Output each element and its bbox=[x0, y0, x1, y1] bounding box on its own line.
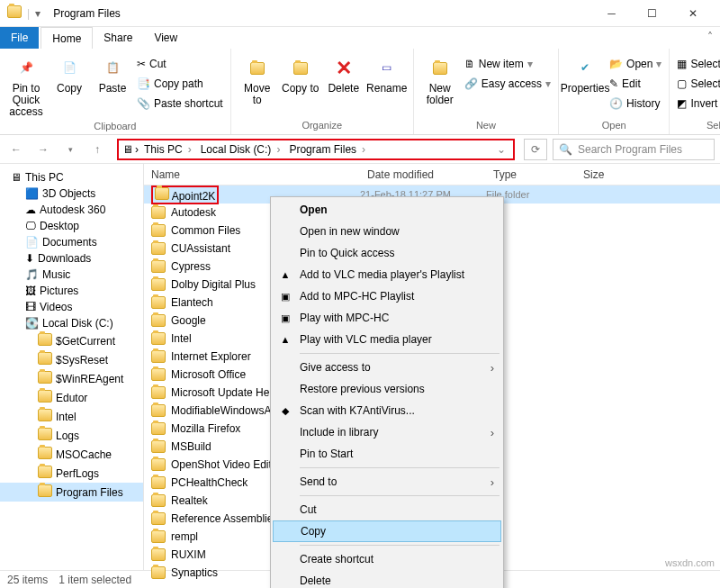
qat-chevron-icon[interactable]: ▾ bbox=[35, 7, 40, 20]
menu-item[interactable]: Copy bbox=[273, 520, 501, 542]
breadcrumb[interactable]: 🖥› This PC› Local Disk (C:)› Program Fil… bbox=[117, 139, 515, 160]
edit-button[interactable]: ✎Edit bbox=[608, 74, 663, 94]
tree-item[interactable]: 📄Documents bbox=[0, 234, 143, 250]
folder-icon bbox=[7, 5, 22, 21]
column-headers[interactable]: Name Date modified Type Size bbox=[144, 164, 720, 185]
forward-button[interactable]: → bbox=[32, 139, 54, 160]
easy-access-button[interactable]: 🔗Easy access▾ bbox=[463, 74, 553, 94]
rename-button[interactable]: ▭Rename bbox=[366, 54, 408, 96]
copy-path-button[interactable]: 📑Copy path bbox=[135, 74, 225, 94]
menu-item[interactable]: Include in library bbox=[273, 421, 501, 443]
nav-tree[interactable]: 🖥This PC🟦3D Objects☁Autodesk 360🖵Desktop… bbox=[0, 164, 144, 570]
context-menu[interactable]: OpenOpen in new windowPin to Quick acces… bbox=[270, 196, 504, 588]
easyaccess-icon: 🔗 bbox=[464, 77, 478, 90]
titlebar: | ▾ Program Files ─ ☐ ✕ bbox=[0, 0, 720, 27]
open-button[interactable]: 📂Open▾ bbox=[608, 54, 663, 74]
vlc-icon: ▲ bbox=[278, 267, 292, 282]
tree-item[interactable]: 🎵Music bbox=[0, 267, 143, 283]
col-size[interactable]: Size bbox=[576, 168, 630, 181]
tree-label: Pictures bbox=[40, 285, 78, 297]
cut-button[interactable]: ✂Cut bbox=[135, 54, 225, 74]
tree-item[interactable]: $SysReset bbox=[0, 350, 143, 369]
menu-item[interactable]: Open bbox=[273, 199, 501, 221]
crumb-localdisk[interactable]: Local Disk (C:)› bbox=[197, 143, 284, 156]
tab-view[interactable]: View bbox=[143, 27, 188, 49]
refresh-button[interactable]: ⟳ bbox=[524, 139, 547, 160]
history-icon: 🕘 bbox=[609, 97, 623, 110]
menu-item[interactable]: ▣Add to MPC-HC Playlist bbox=[273, 285, 501, 307]
pc-icon: 🖥 bbox=[122, 143, 133, 156]
ribbon-tabs: File Home Share View ˄ bbox=[0, 27, 720, 49]
copy-label: Copy bbox=[57, 83, 82, 95]
menu-item[interactable]: Create shortcut bbox=[273, 548, 501, 570]
menu-item[interactable]: Pin to Start bbox=[273, 443, 501, 465]
history-button[interactable]: 🕘History bbox=[608, 94, 663, 113]
menu-item[interactable]: ◆Scan with K7AntiVirus... bbox=[273, 400, 501, 421]
qat-divider: | bbox=[27, 7, 30, 20]
tree-item[interactable]: Program Files bbox=[0, 483, 143, 502]
menu-item[interactable]: Pin to Quick access bbox=[273, 242, 501, 264]
tab-home[interactable]: Home bbox=[40, 27, 93, 49]
menu-label: Open in new window bbox=[300, 225, 400, 238]
minimize-button[interactable]: ─ bbox=[591, 0, 632, 27]
group-clipboard-label: Clipboard bbox=[5, 121, 225, 133]
tree-item[interactable]: Logs bbox=[0, 426, 143, 445]
back-button[interactable]: ← bbox=[5, 139, 27, 160]
menu-item[interactable]: ▲Add to VLC media player's Playlist bbox=[273, 264, 501, 285]
tree-item[interactable]: ⬇Downloads bbox=[0, 250, 143, 267]
address-dropdown-icon[interactable]: ⌄ bbox=[493, 143, 509, 156]
select-all-button[interactable]: ▦Select all bbox=[675, 54, 720, 74]
menu-item[interactable]: Delete bbox=[273, 570, 501, 588]
tree-item[interactable]: ☁Autodesk 360 bbox=[0, 202, 143, 218]
recent-button[interactable]: ▾ bbox=[59, 139, 81, 160]
maximize-button[interactable]: ☐ bbox=[632, 0, 672, 27]
menu-item[interactable]: ▣Play with MPC-HC bbox=[273, 307, 501, 329]
crumb-thispc[interactable]: This PC› bbox=[140, 143, 195, 156]
pin-quick-access-button[interactable]: 📌Pin to Quick access bbox=[5, 54, 47, 121]
paste-button[interactable]: 📋Paste bbox=[92, 54, 133, 96]
invert-selection-button[interactable]: ◩Invert selection bbox=[675, 94, 720, 113]
tree-item[interactable]: MSOCache bbox=[0, 445, 143, 464]
col-date[interactable]: Date modified bbox=[360, 168, 486, 181]
tree-item[interactable]: Edutor bbox=[0, 388, 143, 407]
tree-item[interactable]: 🟦3D Objects bbox=[0, 185, 143, 202]
tree-item[interactable]: 🖼Pictures bbox=[0, 283, 143, 299]
col-name[interactable]: Name bbox=[144, 168, 360, 181]
tree-icon: 🖼 bbox=[25, 285, 36, 297]
tree-item[interactable]: PerfLogs bbox=[0, 464, 143, 483]
crumb-programfiles[interactable]: Program Files› bbox=[285, 143, 369, 156]
properties-button[interactable]: ✔Properties bbox=[564, 54, 606, 96]
select-none-button[interactable]: ▢Select none bbox=[675, 74, 720, 94]
new-folder-button[interactable]: New folder bbox=[419, 54, 461, 108]
menu-item[interactable]: Give access to bbox=[273, 357, 501, 378]
tab-file[interactable]: File bbox=[0, 27, 39, 49]
tree-item[interactable]: 💽Local Disk (C:) bbox=[0, 315, 143, 331]
tree-item[interactable]: 🎞Videos bbox=[0, 299, 143, 315]
menu-label: Pin to Quick access bbox=[300, 247, 394, 259]
tree-item[interactable]: 🖥This PC bbox=[0, 169, 143, 185]
menu-item[interactable]: Send to bbox=[273, 471, 501, 493]
menu-item[interactable]: Cut bbox=[273, 499, 501, 520]
close-button[interactable]: ✕ bbox=[672, 0, 713, 27]
new-item-button[interactable]: 🗎New item▾ bbox=[463, 54, 553, 74]
menu-item[interactable]: Open in new window bbox=[273, 221, 501, 242]
search-input[interactable]: 🔍 Search Program Files bbox=[553, 139, 715, 160]
col-type[interactable]: Type bbox=[486, 168, 576, 181]
tree-item[interactable]: Intel bbox=[0, 407, 143, 426]
menu-item[interactable]: ▲Play with VLC media player bbox=[273, 329, 501, 350]
delete-button[interactable]: ✕Delete bbox=[323, 54, 364, 96]
paste-shortcut-button[interactable]: 📎Paste shortcut bbox=[135, 94, 225, 113]
move-to-button[interactable]: Move to bbox=[237, 54, 278, 108]
up-button[interactable]: ↑ bbox=[86, 139, 108, 160]
selectall-icon: ▦ bbox=[677, 58, 687, 70]
menu-item[interactable]: Restore previous versions bbox=[273, 378, 501, 400]
menu-label: Play with VLC media player bbox=[300, 333, 432, 346]
tree-item[interactable]: $WinREAgent bbox=[0, 369, 143, 388]
copy-to-button[interactable]: Copy to bbox=[280, 54, 321, 96]
copy-button[interactable]: 📄Copy bbox=[49, 54, 90, 96]
tree-item[interactable]: $GetCurrent bbox=[0, 331, 143, 350]
tree-item[interactable]: 🖵Desktop bbox=[0, 218, 143, 234]
ribbon-collapse-icon[interactable]: ˄ bbox=[700, 27, 720, 49]
tab-share[interactable]: Share bbox=[93, 27, 143, 49]
tree-label: MSOCache bbox=[56, 448, 112, 461]
